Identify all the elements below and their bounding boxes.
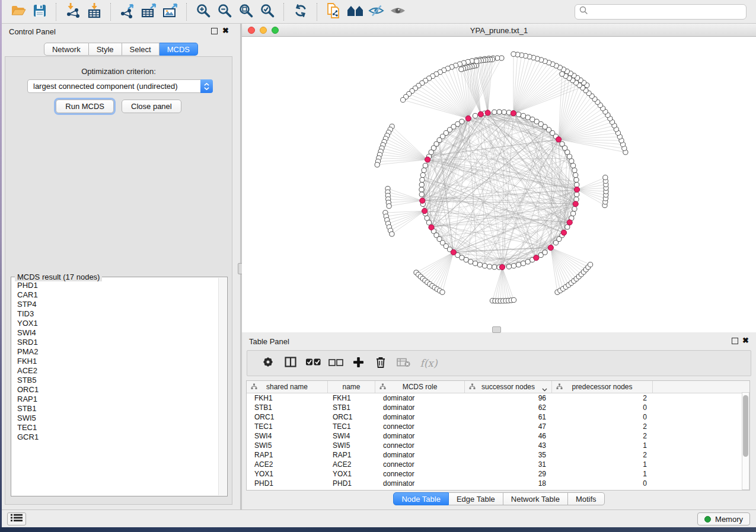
graph-node[interactable] <box>530 117 535 121</box>
graph-node[interactable] <box>468 259 473 264</box>
column-header-mcds_role[interactable]: MCDS role <box>375 381 465 393</box>
graph-node[interactable] <box>487 264 492 269</box>
graph-node[interactable] <box>511 264 516 268</box>
tab-network[interactable]: Network <box>44 43 89 56</box>
column-header-shared_name[interactable]: shared name <box>247 381 328 393</box>
deselect-all-button[interactable] <box>324 354 347 372</box>
graph-hub-node[interactable] <box>574 187 579 192</box>
memory-button[interactable]: Memory <box>697 512 750 525</box>
graph-node[interactable] <box>506 264 511 269</box>
graph-hub-node[interactable] <box>561 230 566 235</box>
graph-node[interactable] <box>543 250 547 255</box>
search-input[interactable] <box>591 7 746 17</box>
mcds-result-item[interactable]: YOX1 <box>12 319 219 328</box>
graph-hub-node[interactable] <box>485 110 490 116</box>
graph-node[interactable] <box>401 98 406 102</box>
graph-hub-node[interactable] <box>567 220 572 225</box>
graph-node[interactable] <box>572 207 577 211</box>
mcds-result-item[interactable]: RAP1 <box>12 395 219 404</box>
graph-node[interactable] <box>575 192 579 197</box>
optimization-criterion-dropdown[interactable]: largest connected component (undirected) <box>27 79 213 93</box>
table-row[interactable]: YOX1YOX1connector291 <box>247 469 749 479</box>
zoom-fit-button[interactable] <box>235 2 257 21</box>
graph-node[interactable] <box>521 113 525 118</box>
table-scrollbar-thumb[interactable] <box>743 395 748 457</box>
task-history-button[interactable] <box>7 512 26 525</box>
tab-motifs[interactable]: Motifs <box>568 492 605 505</box>
graph-node[interactable] <box>574 197 579 201</box>
table-row[interactable]: RAP1RAP1dominator352 <box>247 450 749 460</box>
float-panel-icon[interactable] <box>211 28 218 34</box>
graph-hub-node[interactable] <box>573 201 578 207</box>
graph-node[interactable] <box>574 178 579 182</box>
export-network-button[interactable] <box>117 2 138 21</box>
graph-node[interactable] <box>502 110 506 114</box>
zoom-out-button[interactable] <box>214 2 235 21</box>
graph-hub-node[interactable] <box>548 245 553 251</box>
graph-node[interactable] <box>473 113 477 118</box>
import-table-button[interactable] <box>84 2 105 21</box>
open-file-button[interactable] <box>8 2 29 21</box>
column-header-predecessor_nodes[interactable]: predecessor nodes <box>552 381 653 393</box>
tab-select[interactable]: Select <box>122 43 160 56</box>
graph-node[interactable] <box>492 265 497 270</box>
mcds-result-item[interactable]: STP4 <box>12 300 219 309</box>
select-all-button[interactable] <box>302 354 324 372</box>
graph-node[interactable] <box>419 192 424 197</box>
graph-node[interactable] <box>516 262 521 267</box>
graph-node[interactable] <box>575 182 579 187</box>
graph-node[interactable] <box>497 110 502 114</box>
graph-node[interactable] <box>571 163 576 168</box>
hide-selected-button[interactable] <box>366 2 387 21</box>
delete-table-button[interactable] <box>392 354 414 372</box>
graph-node[interactable] <box>422 168 426 172</box>
graph-node[interactable] <box>560 72 564 76</box>
table-row[interactable]: FKH1FKH1dominator962 <box>247 393 749 403</box>
graph-node[interactable] <box>571 211 576 216</box>
table-settings-button[interactable] <box>257 354 279 372</box>
clone-network-button[interactable] <box>323 2 344 21</box>
float-table-panel-icon[interactable] <box>732 338 738 344</box>
tab-edge-table[interactable]: Edge Table <box>449 492 503 505</box>
mcds-result-item[interactable]: PHD1 <box>12 281 219 290</box>
graph-node[interactable] <box>387 204 391 209</box>
graph-hub-node[interactable] <box>429 225 434 230</box>
export-table-button[interactable] <box>138 2 160 21</box>
table-row[interactable]: ORC1ORC1dominator610 <box>247 412 749 422</box>
create-column-button[interactable] <box>347 354 369 372</box>
mcds-result-item[interactable]: SWI5 <box>12 414 219 423</box>
graph-hub-node[interactable] <box>465 116 471 121</box>
tab-mcds[interactable]: MCDS <box>160 43 198 56</box>
graph-node[interactable] <box>425 216 429 220</box>
mcds-result-item[interactable]: SRD1 <box>12 338 219 347</box>
table-row[interactable]: STB1STB1dominator620 <box>247 403 749 412</box>
table-row[interactable]: PHD1PHD1dominator180 <box>247 479 749 488</box>
table-row[interactable]: SWI5SWI5connector431 <box>247 441 749 450</box>
graph-node[interactable] <box>603 175 608 180</box>
graph-hub-node[interactable] <box>534 255 539 261</box>
mcds-result-item[interactable]: STB5 <box>12 376 219 385</box>
close-panel-button[interactable]: Close panel <box>122 100 181 113</box>
zoom-in-button[interactable] <box>193 2 214 21</box>
graph-node[interactable] <box>482 264 487 268</box>
import-network-button[interactable] <box>62 2 84 21</box>
tab-network-table[interactable]: Network Table <box>503 492 568 505</box>
graph-node[interactable] <box>525 259 530 264</box>
mcds-result-item[interactable]: GCR1 <box>12 432 219 442</box>
mcds-result-item[interactable]: ACE2 <box>12 366 219 376</box>
graph-node[interactable] <box>390 232 394 236</box>
close-table-panel-icon[interactable]: ✖ <box>742 336 749 344</box>
graph-node[interactable] <box>516 112 521 117</box>
graph-hub-node[interactable] <box>425 157 430 162</box>
horizontal-splitter-handle[interactable] <box>492 326 501 333</box>
table-scrollbar[interactable] <box>742 392 749 490</box>
graph-node[interactable] <box>569 159 574 164</box>
mcds-result-item[interactable]: SWI4 <box>12 328 219 338</box>
graph-node[interactable] <box>420 178 425 182</box>
graph-hub-node[interactable] <box>422 209 428 214</box>
graph-hub-node[interactable] <box>556 137 562 142</box>
mcds-result-item[interactable]: CAR1 <box>12 290 219 300</box>
mcds-result-scrollbar[interactable] <box>218 278 227 495</box>
graph-node[interactable] <box>477 262 482 267</box>
column-header-successor_nodes[interactable]: successor nodes <box>465 381 552 393</box>
